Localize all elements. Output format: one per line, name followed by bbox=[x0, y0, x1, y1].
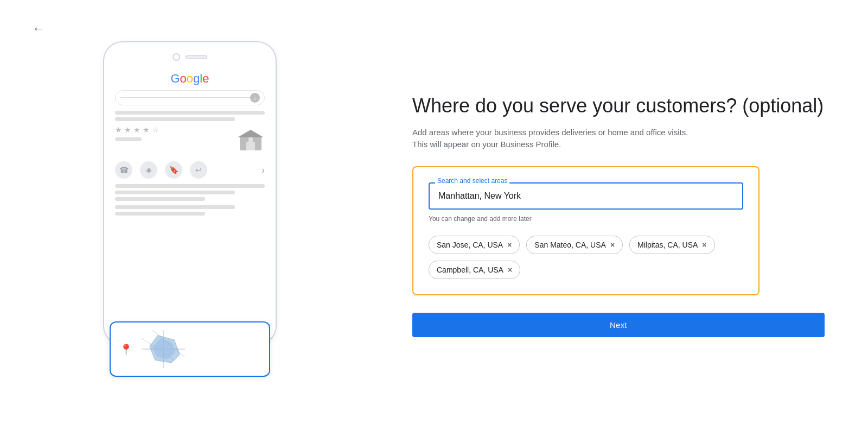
location-pin-icon: 📍 bbox=[119, 343, 133, 356]
tag-san-jose-remove[interactable]: × bbox=[507, 241, 512, 249]
phone-line-7 bbox=[115, 205, 235, 209]
bottom-card: 📍 bbox=[110, 321, 270, 377]
right-panel: Where do you serve your customers? (opti… bbox=[380, 61, 868, 370]
phone-screen: Google ⌕ ★★★★☆ bbox=[112, 67, 268, 224]
areas-box: Search and select areas You can change a… bbox=[412, 166, 760, 295]
google-logo: Google bbox=[115, 72, 265, 86]
phone-action-icon-1: ☎ bbox=[115, 161, 132, 179]
page-title: Where do you serve your customers? (opti… bbox=[412, 93, 825, 118]
search-field-wrapper: Search and select areas bbox=[429, 182, 743, 210]
phone-line-8 bbox=[115, 212, 205, 216]
tag-san-mateo-remove[interactable]: × bbox=[610, 241, 615, 249]
tags-container: San Jose, CA, USA × San Mateo, CA, USA ×… bbox=[429, 236, 743, 279]
svg-rect-3 bbox=[248, 137, 253, 142]
phone-speaker bbox=[186, 55, 207, 59]
phone-action-icon-2: ◈ bbox=[140, 161, 157, 179]
tag-milpitas-label: Milpitas, CA, USA bbox=[637, 241, 698, 249]
phone-action-icon-4: ↩ bbox=[190, 161, 207, 179]
tag-milpitas-remove[interactable]: × bbox=[702, 241, 706, 249]
search-field-label: Search and select areas bbox=[435, 177, 509, 185]
tag-campbell-label: Campbell, CA, USA bbox=[437, 265, 503, 274]
phone-content-lines bbox=[115, 111, 265, 121]
phone-line-3 bbox=[115, 137, 142, 141]
phone-search-line bbox=[120, 97, 250, 98]
tag-san-mateo-label: San Mateo, CA, USA bbox=[534, 241, 606, 249]
helper-text: You can change and add more later bbox=[429, 215, 743, 223]
phone-line-6 bbox=[115, 197, 205, 201]
search-input[interactable] bbox=[429, 182, 743, 210]
tag-milpitas: Milpitas, CA, USA × bbox=[629, 236, 714, 254]
phone-bottom-lines bbox=[115, 184, 265, 216]
phone-top-bar bbox=[112, 53, 268, 61]
back-button[interactable]: ← bbox=[33, 22, 44, 36]
action-icons-row: ☎ ◈ 🔖 ↩ › bbox=[115, 161, 265, 179]
svg-rect-2 bbox=[246, 142, 255, 150]
page-subtitle: Add areas where your business provides d… bbox=[412, 127, 705, 151]
phone-search-bar: ⌕ bbox=[115, 90, 265, 105]
left-panel: ← Google ⌕ bbox=[0, 0, 380, 430]
phone-action-icon-3: 🔖 bbox=[165, 161, 182, 179]
tag-san-jose-label: San Jose, CA, USA bbox=[437, 241, 503, 249]
tag-campbell: Campbell, CA, USA × bbox=[429, 261, 520, 279]
phone-camera bbox=[173, 53, 180, 61]
next-button[interactable]: Next bbox=[412, 313, 825, 337]
svg-marker-1 bbox=[238, 130, 264, 137]
map-illustration bbox=[142, 330, 185, 368]
phone-search-icon: ⌕ bbox=[250, 93, 260, 103]
tag-san-mateo: San Mateo, CA, USA × bbox=[526, 236, 623, 254]
phone-line-4 bbox=[115, 184, 265, 188]
phone-chevron-right: › bbox=[215, 161, 265, 179]
bottom-card-left: 📍 bbox=[119, 342, 136, 356]
page-container: ← Google ⌕ bbox=[0, 0, 868, 430]
store-icon bbox=[237, 125, 265, 156]
tag-campbell-remove[interactable]: × bbox=[508, 266, 512, 274]
phone-mockup: Google ⌕ ★★★★☆ bbox=[103, 41, 277, 345]
tag-san-jose: San Jose, CA, USA × bbox=[429, 236, 520, 254]
phone-line-2 bbox=[115, 117, 235, 121]
stars-row: ★★★★☆ bbox=[115, 125, 159, 134]
phone-line-5 bbox=[115, 191, 235, 194]
phone-line-1 bbox=[115, 111, 265, 115]
